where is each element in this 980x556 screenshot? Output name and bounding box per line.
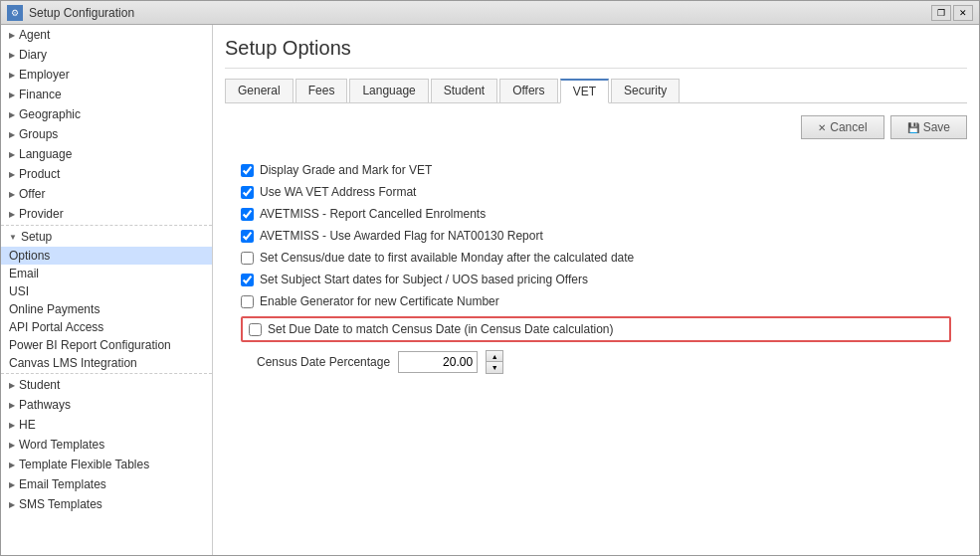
save-icon: 💾 bbox=[907, 122, 919, 133]
sidebar-label: Employer bbox=[19, 68, 70, 82]
tab-general[interactable]: General bbox=[225, 79, 294, 103]
chevron-icon: ▶ bbox=[9, 421, 15, 430]
sidebar-item-setup[interactable]: ▼ Setup bbox=[1, 227, 212, 247]
sidebar-item-product[interactable]: ▶ Product bbox=[1, 164, 212, 184]
checkbox-avetmiss-awarded[interactable] bbox=[241, 230, 254, 243]
label-use-wa-vet[interactable]: Use WA VET Address Format bbox=[260, 185, 416, 199]
label-enable-generator[interactable]: Enable Generator for new Certificate Num… bbox=[260, 294, 499, 308]
tab-fees[interactable]: Fees bbox=[295, 79, 348, 103]
checkbox-enable-generator[interactable] bbox=[241, 295, 254, 308]
checkbox-display-grade[interactable] bbox=[241, 164, 254, 177]
sidebar-label: Email Templates bbox=[19, 477, 106, 491]
label-census-due-date[interactable]: Set Census/due date to first available M… bbox=[260, 251, 634, 265]
tab-vet[interactable]: VET bbox=[560, 79, 609, 103]
label-avetmiss-cancelled[interactable]: AVETMISS - Report Cancelled Enrolments bbox=[260, 207, 486, 221]
sidebar-label: Offer bbox=[19, 187, 45, 201]
label-avetmiss-awarded[interactable]: AVETMISS - Use Awarded Flag for NAT00130… bbox=[260, 229, 543, 243]
tab-language[interactable]: Language bbox=[349, 79, 428, 103]
chevron-icon: ▶ bbox=[9, 71, 15, 80]
tab-offers[interactable]: Offers bbox=[499, 79, 557, 103]
checkbox-use-wa-vet[interactable] bbox=[241, 186, 254, 199]
sidebar-sub-item-options[interactable]: Options bbox=[1, 247, 212, 265]
label-set-due-date[interactable]: Set Due Date to match Census Date (in Ce… bbox=[268, 322, 614, 336]
label-display-grade[interactable]: Display Grade and Mark for VET bbox=[260, 163, 432, 177]
close-button[interactable]: ✕ bbox=[953, 5, 973, 21]
sidebar-sub-item-email[interactable]: Email bbox=[1, 265, 212, 282]
sidebar-item-groups[interactable]: ▶ Groups bbox=[1, 124, 212, 144]
sidebar-item-diary[interactable]: ▶ Diary bbox=[1, 45, 212, 65]
sidebar-item-finance[interactable]: ▶ Finance bbox=[1, 85, 212, 104]
sidebar-item-geographic[interactable]: ▶ Geographic bbox=[1, 104, 212, 124]
chevron-icon: ▶ bbox=[9, 190, 15, 199]
sidebar-sub-item-canvas-lms[interactable]: Canvas LMS Integration bbox=[1, 354, 212, 372]
restore-button[interactable]: ❐ bbox=[931, 5, 951, 21]
cancel-button[interactable]: ✕ Cancel bbox=[801, 115, 883, 139]
checkbox-row-avetmiss-awarded: AVETMISS - Use Awarded Flag for NAT00130… bbox=[241, 229, 951, 243]
spinner-down-button[interactable]: ▼ bbox=[487, 362, 502, 373]
chevron-icon: ▶ bbox=[9, 381, 15, 390]
chevron-icon: ▶ bbox=[9, 51, 15, 60]
sidebar-label: Setup bbox=[21, 230, 52, 244]
sidebar-sub-item-power-bi[interactable]: Power BI Report Configuration bbox=[1, 336, 212, 354]
sidebar-item-sms-templates[interactable]: ▶ SMS Templates bbox=[1, 494, 212, 514]
main-content: ▶ Agent ▶ Diary ▶ Employer ▶ Finance ▶ G… bbox=[1, 25, 979, 555]
main-window: ⚙ Setup Configuration ❐ ✕ ▶ Agent ▶ Diar… bbox=[0, 0, 980, 556]
checkbox-subject-start-dates[interactable] bbox=[241, 274, 254, 286]
spinner-up-button[interactable]: ▲ bbox=[487, 351, 502, 362]
sidebar-sub-item-api-portal-access[interactable]: API Portal Access bbox=[1, 318, 212, 336]
sidebar-label: Pathways bbox=[19, 398, 71, 412]
tabs-bar: General Fees Language Student Offers VET… bbox=[225, 79, 967, 103]
census-date-input[interactable] bbox=[398, 351, 478, 373]
window-icon: ⚙ bbox=[7, 5, 23, 21]
checkbox-census-due-date[interactable] bbox=[241, 252, 254, 265]
content-area: Setup Options General Fees Language Stud… bbox=[213, 25, 979, 555]
sidebar-label: Word Templates bbox=[19, 438, 104, 452]
sidebar-item-template-flexible-tables[interactable]: ▶ Template Flexible Tables bbox=[1, 455, 212, 474]
sidebar-label: Template Flexible Tables bbox=[19, 458, 149, 471]
sidebar-item-offer[interactable]: ▶ Offer bbox=[1, 184, 212, 204]
chevron-icon: ▶ bbox=[9, 500, 15, 509]
chevron-icon: ▶ bbox=[9, 210, 15, 219]
chevron-icon: ▶ bbox=[9, 401, 15, 410]
sidebar: ▶ Agent ▶ Diary ▶ Employer ▶ Finance ▶ G… bbox=[1, 25, 213, 555]
sidebar-item-pathways[interactable]: ▶ Pathways bbox=[1, 395, 212, 415]
sidebar-item-language[interactable]: ▶ Language bbox=[1, 144, 212, 164]
options-area: Display Grade and Mark for VET Use WA VE… bbox=[225, 155, 967, 382]
cancel-label: Cancel bbox=[830, 120, 867, 134]
sidebar-item-word-templates[interactable]: ▶ Word Templates bbox=[1, 435, 212, 455]
census-date-label: Census Date Percentage bbox=[257, 355, 390, 369]
chevron-icon: ▶ bbox=[9, 91, 15, 99]
sidebar-divider bbox=[1, 225, 212, 226]
sidebar-sub-item-online-payments[interactable]: Online Payments bbox=[1, 300, 212, 318]
tab-student[interactable]: Student bbox=[431, 79, 497, 103]
sidebar-item-he[interactable]: ▶ HE bbox=[1, 415, 212, 435]
title-bar: ⚙ Setup Configuration ❐ ✕ bbox=[1, 1, 979, 25]
sidebar-item-student[interactable]: ▶ Student bbox=[1, 375, 212, 395]
sidebar-item-employer[interactable]: ▶ Employer bbox=[1, 65, 212, 85]
census-date-percentage-row: Census Date Percentage ▲ ▼ bbox=[257, 350, 951, 374]
sidebar-label: Language bbox=[19, 147, 72, 161]
tab-security[interactable]: Security bbox=[611, 79, 680, 103]
checkbox-row-subject-start-dates: Set Subject Start dates for Subject / UO… bbox=[241, 273, 951, 286]
sidebar-item-provider[interactable]: ▶ Provider bbox=[1, 204, 212, 224]
chevron-icon: ▶ bbox=[9, 130, 15, 139]
sidebar-label: Provider bbox=[19, 207, 64, 221]
label-subject-start-dates[interactable]: Set Subject Start dates for Subject / UO… bbox=[260, 273, 588, 286]
checkbox-avetmiss-cancelled[interactable] bbox=[241, 208, 254, 221]
cancel-icon: ✕ bbox=[818, 122, 826, 133]
sidebar-sub-item-usi[interactable]: USI bbox=[1, 282, 212, 300]
title-bar-left: ⚙ Setup Configuration bbox=[7, 5, 134, 21]
toolbar: ✕ Cancel 💾 Save bbox=[225, 115, 967, 139]
sidebar-label: Groups bbox=[19, 127, 58, 141]
sidebar-label: SMS Templates bbox=[19, 497, 102, 511]
chevron-icon: ▶ bbox=[9, 31, 15, 40]
sidebar-item-email-templates[interactable]: ▶ Email Templates bbox=[1, 474, 212, 494]
title-bar-controls: ❐ ✕ bbox=[931, 5, 973, 21]
save-button[interactable]: 💾 Save bbox=[890, 115, 967, 139]
checkbox-set-due-date[interactable] bbox=[249, 323, 262, 336]
chevron-icon: ▶ bbox=[9, 480, 15, 489]
sidebar-label: Product bbox=[19, 167, 60, 181]
sidebar-item-agent[interactable]: ▶ Agent bbox=[1, 25, 212, 45]
page-title: Setup Options bbox=[225, 37, 967, 69]
sidebar-label: Diary bbox=[19, 48, 47, 62]
